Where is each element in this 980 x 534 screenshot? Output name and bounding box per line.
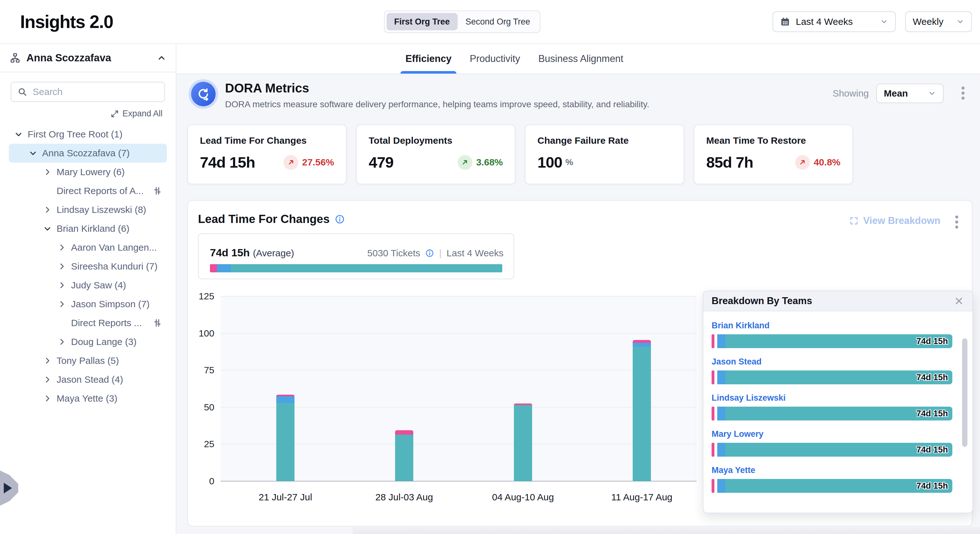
tree-item[interactable]: Anna Scozzafava (7) bbox=[9, 144, 167, 163]
gridline bbox=[221, 370, 697, 370]
chevron-down-icon[interactable] bbox=[43, 225, 51, 233]
tree-item[interactable]: Mary Lowery (6) bbox=[9, 163, 167, 182]
tree-item[interactable]: Tony Pallas (5) bbox=[9, 351, 167, 370]
gridline bbox=[221, 333, 697, 334]
average-phase-bar bbox=[210, 264, 502, 273]
bar-segment-gap bbox=[714, 443, 717, 457]
tree-item[interactable]: Doug Lange (3) bbox=[9, 332, 167, 351]
y-axis-tick: 25 bbox=[204, 439, 214, 450]
bar-segment-review bbox=[276, 396, 294, 403]
tree-item[interactable]: Aaron Van Langen... bbox=[9, 238, 167, 257]
view-breakdown-label: View Breakdown bbox=[863, 215, 940, 226]
fullscreen-corners-icon bbox=[849, 216, 859, 225]
tree-item[interactable]: Judy Saw (4) bbox=[9, 276, 167, 295]
chevron-right-icon[interactable] bbox=[58, 244, 66, 252]
tree-item[interactable]: Maya Yette (3) bbox=[9, 389, 167, 408]
chevron-down-icon bbox=[956, 18, 964, 26]
view-breakdown-button[interactable]: View Breakdown bbox=[849, 215, 940, 226]
team-link[interactable]: Maya Yette bbox=[711, 465, 755, 475]
chevron-down-icon[interactable] bbox=[14, 130, 22, 139]
chevron-right-icon[interactable] bbox=[43, 357, 51, 365]
team-value: 74d 15h bbox=[916, 481, 948, 491]
bar-segment-gap bbox=[714, 406, 717, 421]
bar-segment-planning bbox=[276, 395, 294, 396]
tree-item[interactable]: Direct Reports of A... bbox=[9, 182, 167, 200]
cycle-icon bbox=[196, 87, 211, 101]
search-icon bbox=[18, 87, 27, 97]
metric-title: Lead Time For Changes bbox=[200, 135, 334, 146]
tree-item[interactable]: Jason Simpson (7) bbox=[9, 295, 167, 314]
app-header: Insights 2.0 First Org Tree Second Org T… bbox=[0, 0, 980, 44]
x-axis-label: 28 Jul-03 Aug bbox=[375, 492, 433, 502]
team-value: 74d 15h bbox=[916, 373, 948, 383]
x-axis-label: 21 Jul-27 Jul bbox=[259, 492, 312, 502]
filter-icon[interactable] bbox=[153, 318, 162, 328]
tree-item-label: Aaron Van Langen... bbox=[71, 242, 157, 253]
filter-icon[interactable] bbox=[153, 186, 162, 196]
chevron-right-icon[interactable] bbox=[43, 394, 51, 403]
tree-item[interactable]: First Org Tree Root (1) bbox=[9, 125, 167, 144]
sidebar-user-header[interactable]: Anna Scozzafava bbox=[0, 44, 176, 72]
tab-business-alignment[interactable]: Business Alignment bbox=[538, 44, 624, 73]
tree-item[interactable]: Sireesha Kunduri (7) bbox=[9, 257, 167, 276]
chevron-right-icon[interactable] bbox=[58, 338, 66, 346]
chevron-right-icon[interactable] bbox=[43, 206, 51, 214]
x-axis-label: 11 Aug-17 Aug bbox=[611, 492, 673, 502]
expand-all-button[interactable]: Expand All bbox=[0, 104, 176, 122]
tickets-count: 5030 Tickets bbox=[368, 248, 420, 258]
chevron-right-icon[interactable] bbox=[43, 376, 51, 384]
scrollbar-thumb[interactable] bbox=[962, 338, 967, 447]
section-menu-button[interactable] bbox=[951, 214, 963, 230]
org-tree-sidebar: Anna Scozzafava Expand All First Org Tre… bbox=[0, 44, 176, 534]
trend-up-icon bbox=[798, 158, 807, 166]
metric-unit: % bbox=[565, 157, 573, 167]
team-link[interactable]: Mary Lowery bbox=[711, 429, 764, 439]
metric-value: 74d 15h bbox=[200, 153, 255, 171]
showing-label: Showing bbox=[833, 88, 869, 99]
tree-item[interactable]: Jason Stead (4) bbox=[9, 370, 167, 389]
tree-item[interactable]: Lindsay Liszewski (8) bbox=[9, 200, 167, 219]
tab-label: Business Alignment bbox=[538, 53, 624, 64]
summary-period: Last 4 Weeks bbox=[447, 248, 504, 258]
team-link[interactable]: Brian Kirkland bbox=[711, 321, 770, 330]
team-link[interactable]: Jason Stead bbox=[711, 357, 762, 367]
tab-efficiency[interactable]: Efficiency bbox=[406, 44, 451, 73]
bar-segment-review bbox=[717, 370, 725, 384]
breakdown-row: Lindsay Liszewski 74d 15h bbox=[711, 393, 952, 421]
close-icon[interactable] bbox=[954, 296, 964, 306]
y-axis-tick: 125 bbox=[199, 291, 214, 301]
date-range-value: Last 4 Weeks bbox=[796, 16, 874, 27]
bar-segment-review bbox=[717, 334, 725, 348]
chevron-right-icon[interactable] bbox=[58, 262, 66, 271]
toggle-second-org-tree[interactable]: Second Org Tree bbox=[458, 13, 538, 30]
granularity-value: Weekly bbox=[913, 16, 950, 27]
org-tree: First Org Tree Root (1) Anna Scozzafava … bbox=[0, 125, 176, 408]
trend-circle bbox=[458, 155, 473, 170]
search-input[interactable] bbox=[33, 86, 158, 97]
granularity-select[interactable]: Weekly bbox=[905, 11, 972, 32]
chevron-right-icon[interactable] bbox=[58, 300, 66, 308]
dora-menu-button[interactable] bbox=[958, 85, 969, 101]
info-icon[interactable] bbox=[425, 249, 434, 258]
toggle-first-org-tree[interactable]: First Org Tree bbox=[387, 13, 457, 30]
bar-segment-deployment bbox=[276, 403, 294, 481]
date-range-select[interactable]: Last 4 Weeks bbox=[773, 11, 896, 32]
chevron-right-icon[interactable] bbox=[43, 168, 51, 176]
metric-value: 100 bbox=[538, 153, 562, 171]
tree-item-label: Jason Simpson (7) bbox=[71, 299, 150, 309]
team-link[interactable]: Lindsay Liszewski bbox=[711, 393, 786, 403]
chevron-right-icon[interactable] bbox=[58, 281, 66, 289]
section-title-row: Lead Time For Changes bbox=[198, 213, 345, 226]
metric-card: Total Deployments 479 3.68% bbox=[356, 124, 515, 184]
metric-card: Mean Time To Restore 85d 7h 40.8% bbox=[694, 124, 853, 184]
chevron-down-icon[interactable] bbox=[29, 149, 37, 157]
showing-control: Showing Mean bbox=[833, 84, 943, 103]
showing-select[interactable]: Mean bbox=[876, 84, 943, 103]
info-icon[interactable] bbox=[335, 214, 345, 224]
tree-item[interactable]: Brian Kirkland (6) bbox=[9, 219, 167, 238]
chevron-up-icon[interactable] bbox=[157, 53, 166, 62]
tree-item[interactable]: Direct Reports ... bbox=[9, 314, 167, 332]
tab-productivity[interactable]: Productivity bbox=[469, 44, 520, 73]
breakdown-by-teams-panel: Breakdown By Teams Brian Kirkland 74d 15… bbox=[703, 290, 973, 513]
summary-meta: 5030 Tickets | Last 4 Weeks bbox=[368, 248, 504, 258]
